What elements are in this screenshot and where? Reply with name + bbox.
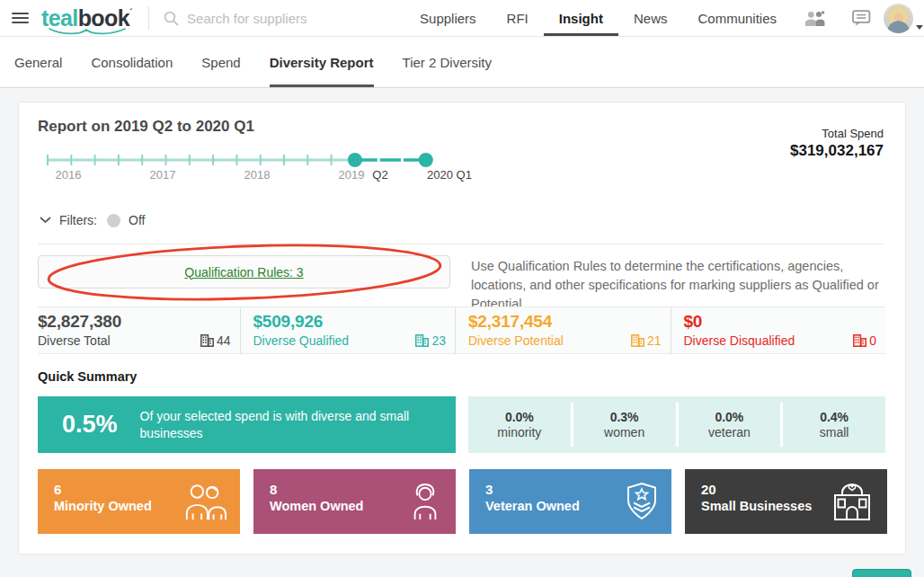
stat-count: 44 (217, 333, 231, 348)
supplier-search[interactable] (164, 11, 380, 26)
stat-diverse-total: $2,827,380 Diverse Total 44 (38, 307, 240, 353)
total-spend-label: Total Spend (790, 127, 884, 140)
stat-label: Diverse Potential (468, 333, 631, 348)
diverse-spend-stats: $2,827,380 Diverse Total 44 $509,926 Div… (38, 306, 885, 354)
women-owned-icon (408, 482, 442, 521)
stat-diverse-qualified: $509,926 Diverse Qualified 23 (240, 307, 456, 353)
card-veteran-owned: 3 Veteran Owned (469, 469, 671, 534)
report-title: Report on 2019 Q2 to 2020 Q1 (38, 118, 254, 136)
veteran-owned-icon (626, 482, 658, 521)
breakdown-women: 0.3% women (573, 396, 676, 453)
highlight-text: Of your selected spend is with diverse a… (140, 408, 446, 442)
qualification-rules-button[interactable]: Qualification Rules: 3 (38, 255, 450, 288)
filters-row: Filters: Off (40, 213, 145, 227)
stat-value: $2,827,380 (38, 312, 229, 332)
tealbook-logo[interactable]: tealbook´ (41, 7, 132, 35)
messages-icon[interactable] (852, 10, 871, 26)
logo-teal: teal (41, 5, 78, 31)
building-icon (631, 334, 644, 347)
minority-owned-icon (183, 482, 227, 521)
stat-diverse-potential: $2,317,454 Diverse Potential 21 (455, 307, 671, 353)
filters-chevron-down-icon[interactable] (40, 217, 51, 224)
bottom-action-button[interactable] (852, 569, 911, 577)
filters-label: Filters: (59, 213, 97, 227)
building-icon (200, 334, 214, 347)
nav-news[interactable]: News (618, 0, 683, 36)
card-minority-owned: 6 Minority Owned (38, 469, 240, 534)
user-avatar[interactable] (884, 4, 913, 33)
quick-summary-breakdown: 0.0% minority 0.3% women 0.0% veteran 0.… (468, 396, 885, 453)
timeline-labels: 2016 2017 2018 2019 Q2 2020 Q1 (38, 168, 460, 182)
tab-spend[interactable]: Spend (201, 37, 240, 87)
search-icon (164, 11, 179, 26)
account-dropdown-caret-icon[interactable] (916, 25, 923, 30)
divider (38, 244, 884, 244)
breakdown-small: 0.4% small (783, 396, 885, 453)
header-divider (148, 6, 149, 30)
diversity-report-card: Report on 2019 Q2 to 2020 Q1 Total Spend… (18, 102, 906, 555)
tab-tier2-diversity[interactable]: Tier 2 Diversity (403, 37, 492, 87)
logo-swoosh-icon (48, 28, 127, 35)
stat-label: Diverse Disqualified (684, 333, 854, 348)
logo-book: book (78, 5, 129, 31)
stat-diverse-disqualified: $0 Diverse Disqualified 0 (671, 307, 886, 353)
connections-people-icon[interactable] (804, 11, 825, 26)
timeline-year-2019: 2019 (339, 168, 365, 182)
breakdown-minority: 0.0% minority (468, 396, 571, 453)
highlight-percent: 0.5% (62, 411, 118, 439)
logo-mark: ´ (129, 6, 132, 17)
qualification-rules-description: Use Qualification Rules to determine the… (471, 257, 895, 314)
timeline-start-handle[interactable] (348, 153, 362, 167)
timeline-end-handle[interactable] (419, 153, 433, 167)
main-nav: Suppliers RFI Insight News Communities (404, 0, 792, 36)
stat-count: 23 (431, 333, 446, 348)
nav-communities[interactable]: Communities (682, 0, 792, 36)
nav-rfi[interactable]: RFI (492, 0, 544, 36)
stat-count: 0 (869, 333, 876, 348)
building-icon (853, 334, 866, 347)
total-spend: Total Spend $319,032,167 (790, 127, 884, 160)
stat-count: 21 (647, 333, 662, 348)
timeline-year-2017: 2017 (150, 168, 176, 182)
quick-summary-heading: Quick Summary (38, 369, 137, 384)
tab-diversity-report[interactable]: Diversity Report (270, 37, 374, 87)
timeline-range-start-label: Q2 (372, 168, 387, 182)
nav-suppliers[interactable]: Suppliers (404, 0, 492, 36)
breakdown-veteran: 0.0% veteran (679, 396, 781, 453)
timeline-year-2016: 2016 (56, 168, 82, 182)
tab-consolidation[interactable]: Consolidation (91, 37, 173, 87)
qualification-rules-link[interactable]: Qualification Rules: 3 (184, 265, 303, 280)
card-small-businesses: 20 Small Businesses (685, 469, 887, 534)
hamburger-menu-icon[interactable] (12, 10, 29, 26)
search-input[interactable] (187, 11, 380, 26)
timeline-year-2018: 2018 (244, 168, 271, 182)
tab-general[interactable]: General (14, 37, 62, 87)
stat-label: Diverse Qualified (253, 333, 416, 348)
stat-label: Diverse Total (38, 333, 200, 348)
building-icon (415, 334, 429, 347)
small-businesses-icon (831, 482, 874, 521)
total-spend-value: $319,032,167 (790, 142, 884, 160)
top-header: tealbook´ Suppliers RFI Insight News Com… (0, 0, 924, 37)
stat-value: $2,317,454 (468, 312, 660, 332)
insight-tabs: General Consolidation Spend Diversity Re… (0, 37, 924, 88)
filters-toggle[interactable] (107, 214, 120, 227)
filters-state: Off (129, 213, 145, 227)
stat-value: $0 (684, 312, 875, 332)
nav-insight[interactable]: Insight (544, 0, 618, 36)
stat-value: $509,926 (253, 312, 445, 332)
card-women-owned: 8 Women Owned (253, 469, 456, 534)
quick-summary-banner: 0.5% Of your selected spend is with dive… (38, 396, 456, 453)
timeline-range-end-label: 2020 Q1 (427, 168, 472, 182)
